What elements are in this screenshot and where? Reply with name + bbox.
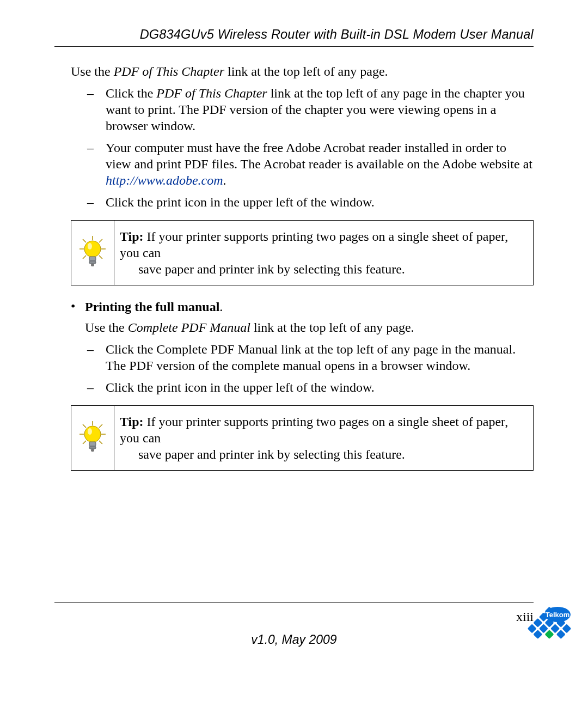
text: . (219, 300, 223, 314)
svg-line-2 (99, 239, 102, 242)
tip-label: Tip: (120, 415, 144, 429)
svg-rect-9 (89, 257, 96, 261)
header-rule (54, 46, 534, 47)
lightbulb-icon (77, 235, 108, 271)
logo-text: Telkom (546, 611, 570, 619)
text: Click the Complete PDF Manual link at th… (106, 342, 516, 373)
text: Click the print icon in the upper left o… (106, 380, 375, 394)
svg-rect-32 (545, 630, 554, 639)
bullet-dot: • (71, 299, 85, 314)
svg-point-8 (88, 243, 92, 249)
lightbulb-icon (77, 420, 108, 456)
list-item: Click the Complete PDF Manual link at th… (87, 341, 534, 374)
text: Click the print icon in the upper left o… (106, 195, 375, 209)
tip-text: Tip: If your printer supports printing t… (114, 406, 533, 470)
svg-rect-10 (89, 261, 96, 264)
svg-rect-23 (91, 449, 94, 452)
section2-list: Click the Complete PDF Manual link at th… (87, 341, 534, 395)
svg-line-1 (83, 239, 86, 242)
text: . (223, 173, 226, 187)
section1-intro: Use the PDF of This Chapter link at the … (71, 63, 534, 80)
svg-line-13 (83, 424, 86, 428)
telkom-logo-icon: Telkom (525, 602, 574, 657)
svg-rect-35 (528, 624, 537, 633)
tip-text: Tip: If your printer supports printing t… (114, 221, 533, 285)
list-item: Click the PDF of This Chapter link at th… (87, 85, 534, 134)
text: If your printer supports printing two pa… (120, 229, 508, 260)
svg-point-20 (88, 428, 92, 435)
text-italic: PDF of This Chapter (156, 86, 267, 100)
page-header-title: DG834GUv5 Wireless Router with Built-in … (54, 27, 534, 42)
section2-intro: Use the Complete PDF Manual link at the … (85, 319, 534, 336)
text-italic: PDF of This Chapter (114, 64, 224, 78)
svg-line-6 (99, 255, 102, 259)
list-item: Click the print icon in the upper left o… (87, 379, 534, 395)
tip-icon-cell (71, 221, 114, 285)
text: Your computer must have the free Adobe A… (106, 141, 532, 171)
text: Click the (106, 86, 156, 100)
svg-rect-29 (550, 624, 560, 633)
list-item: Click the print icon in the upper left o… (87, 194, 534, 210)
text: If your printer supports printing two pa… (120, 415, 508, 445)
section2-heading-row: • Printing the full manual. (71, 299, 534, 315)
text: save paper and printer ink by selecting … (138, 446, 525, 462)
svg-rect-11 (91, 264, 94, 266)
svg-point-7 (84, 241, 101, 257)
footer-rule (54, 602, 534, 602)
text: link at the top left of any page. (250, 320, 414, 334)
footer-version: v1.0, May 2009 (0, 632, 588, 647)
text-italic: Complete PDF Manual (128, 320, 250, 334)
page: DG834GUv5 Wireless Router with Built-in … (0, 0, 588, 706)
svg-line-14 (99, 424, 102, 428)
svg-rect-34 (556, 630, 566, 639)
svg-line-5 (83, 255, 86, 259)
svg-line-17 (83, 441, 86, 444)
svg-rect-22 (89, 446, 96, 449)
svg-rect-31 (539, 624, 548, 633)
tip-box-2: Tip: If your printer supports printing t… (71, 405, 534, 471)
adobe-link[interactable]: http://www.adobe.com (106, 173, 223, 187)
svg-point-19 (84, 426, 101, 442)
telkom-logo: Telkom (525, 602, 574, 657)
svg-line-18 (99, 441, 102, 444)
svg-rect-36 (533, 630, 542, 639)
svg-rect-33 (562, 624, 571, 633)
section1-list: Click the PDF of This Chapter link at th… (87, 85, 534, 210)
text: Use the (71, 64, 114, 78)
text: link at the top left of any page. (224, 64, 388, 78)
tip-label: Tip: (120, 229, 144, 244)
text: save paper and printer ink by selecting … (138, 261, 525, 277)
tip-icon-cell (71, 406, 114, 470)
text: Use the (85, 320, 128, 334)
tip-box-1: Tip: If your printer supports printing t… (71, 220, 534, 285)
section2-heading: Printing the full manual (85, 300, 219, 314)
svg-rect-21 (89, 442, 96, 446)
svg-rect-30 (533, 618, 542, 628)
list-item: Your computer must have the free Adobe A… (87, 139, 534, 188)
body-content: Use the PDF of This Chapter link at the … (54, 63, 534, 471)
